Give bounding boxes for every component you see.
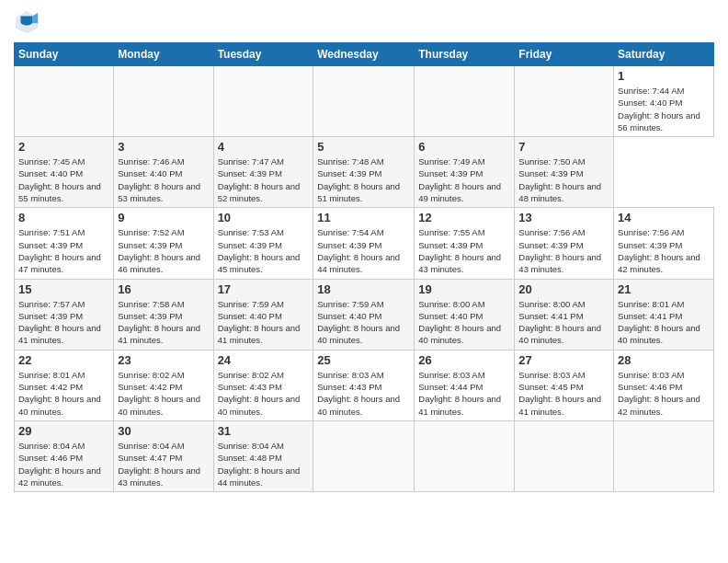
week-row-2: 2 Sunrise: 7:45 AMSunset: 4:40 PMDayligh… xyxy=(15,137,714,208)
empty-cell xyxy=(415,66,515,137)
day-cell-22: 22 Sunrise: 8:01 AMSunset: 4:42 PMDaylig… xyxy=(15,350,114,420)
header xyxy=(14,9,714,35)
day-cell-16: 16 Sunrise: 7:58 AMSunset: 4:39 PMDaylig… xyxy=(114,279,213,350)
day-cell-21: 21 Sunrise: 8:01 AMSunset: 4:41 PMDaylig… xyxy=(614,279,714,350)
day-cell-28: 28 Sunrise: 8:03 AMSunset: 4:46 PMDaylig… xyxy=(614,350,714,420)
day-cell-5: 5 Sunrise: 7:48 AMSunset: 4:39 PMDayligh… xyxy=(313,137,415,208)
col-header-saturday: Saturday xyxy=(614,43,714,66)
day-cell-27: 27 Sunrise: 8:03 AMSunset: 4:45 PMDaylig… xyxy=(515,350,614,420)
col-header-thursday: Thursday xyxy=(415,43,515,66)
day-cell-19: 19 Sunrise: 8:00 AMSunset: 4:40 PMDaylig… xyxy=(415,279,515,350)
day-cell-14: 14 Sunrise: 7:56 AMSunset: 4:39 PMDaylig… xyxy=(614,208,714,279)
day-cell-12: 12 Sunrise: 7:55 AMSunset: 4:39 PMDaylig… xyxy=(415,208,515,279)
day-cell-18: 18 Sunrise: 7:59 AMSunset: 4:40 PMDaylig… xyxy=(313,279,415,350)
empty-cell xyxy=(415,420,515,491)
day-cell-2: 2 Sunrise: 7:45 AMSunset: 4:40 PMDayligh… xyxy=(15,137,114,208)
calendar-table: SundayMondayTuesdayWednesdayThursdayFrid… xyxy=(14,42,714,492)
empty-cell xyxy=(313,66,415,137)
day-cell-30: 30 Sunrise: 8:04 AMSunset: 4:47 PMDaylig… xyxy=(114,420,213,491)
empty-cell xyxy=(614,420,714,491)
day-cell-4: 4 Sunrise: 7:47 AMSunset: 4:39 PMDayligh… xyxy=(213,137,313,208)
logo-icon xyxy=(14,9,40,35)
day-cell-9: 9 Sunrise: 7:52 AMSunset: 4:39 PMDayligh… xyxy=(114,208,213,279)
week-row-3: 8 Sunrise: 7:51 AMSunset: 4:39 PMDayligh… xyxy=(15,208,714,279)
day-cell-24: 24 Sunrise: 8:02 AMSunset: 4:43 PMDaylig… xyxy=(213,350,313,420)
empty-cell xyxy=(15,66,114,137)
day-cell-26: 26 Sunrise: 8:03 AMSunset: 4:44 PMDaylig… xyxy=(415,350,515,420)
day-cell-7: 7 Sunrise: 7:50 AMSunset: 4:39 PMDayligh… xyxy=(515,137,614,208)
col-header-sunday: Sunday xyxy=(15,43,114,66)
empty-cell xyxy=(213,66,313,137)
week-row-5: 22 Sunrise: 8:01 AMSunset: 4:42 PMDaylig… xyxy=(15,350,714,420)
day-cell-1: 1 Sunrise: 7:44 AMSunset: 4:40 PMDayligh… xyxy=(614,66,714,137)
day-cell-20: 20 Sunrise: 8:00 AMSunset: 4:41 PMDaylig… xyxy=(515,279,614,350)
week-row-1: 1 Sunrise: 7:44 AMSunset: 4:40 PMDayligh… xyxy=(15,66,714,137)
day-cell-25: 25 Sunrise: 8:03 AMSunset: 4:43 PMDaylig… xyxy=(313,350,415,420)
day-cell-10: 10 Sunrise: 7:53 AMSunset: 4:39 PMDaylig… xyxy=(213,208,313,279)
col-header-tuesday: Tuesday xyxy=(213,43,313,66)
empty-cell xyxy=(515,420,614,491)
col-header-wednesday: Wednesday xyxy=(313,43,415,66)
day-cell-17: 17 Sunrise: 7:59 AMSunset: 4:40 PMDaylig… xyxy=(213,279,313,350)
day-cell-31: 31 Sunrise: 8:04 AMSunset: 4:48 PMDaylig… xyxy=(213,420,313,491)
empty-cell xyxy=(515,66,614,137)
empty-cell xyxy=(114,66,213,137)
week-row-4: 15 Sunrise: 7:57 AMSunset: 4:39 PMDaylig… xyxy=(15,279,714,350)
col-header-friday: Friday xyxy=(515,43,614,66)
day-cell-29: 29 Sunrise: 8:04 AMSunset: 4:46 PMDaylig… xyxy=(15,420,114,491)
day-cell-11: 11 Sunrise: 7:54 AMSunset: 4:39 PMDaylig… xyxy=(313,208,415,279)
day-cell-8: 8 Sunrise: 7:51 AMSunset: 4:39 PMDayligh… xyxy=(15,208,114,279)
day-cell-15: 15 Sunrise: 7:57 AMSunset: 4:39 PMDaylig… xyxy=(15,279,114,350)
day-cell-3: 3 Sunrise: 7:46 AMSunset: 4:40 PMDayligh… xyxy=(114,137,213,208)
empty-cell xyxy=(313,420,415,491)
day-cell-13: 13 Sunrise: 7:56 AMSunset: 4:39 PMDaylig… xyxy=(515,208,614,279)
day-cell-23: 23 Sunrise: 8:02 AMSunset: 4:42 PMDaylig… xyxy=(114,350,213,420)
week-row-6: 29 Sunrise: 8:04 AMSunset: 4:46 PMDaylig… xyxy=(15,420,714,491)
logo xyxy=(14,9,43,35)
day-cell-6: 6 Sunrise: 7:49 AMSunset: 4:39 PMDayligh… xyxy=(415,137,515,208)
page: SundayMondayTuesdayWednesdayThursdayFrid… xyxy=(0,0,728,563)
col-header-monday: Monday xyxy=(114,43,213,66)
